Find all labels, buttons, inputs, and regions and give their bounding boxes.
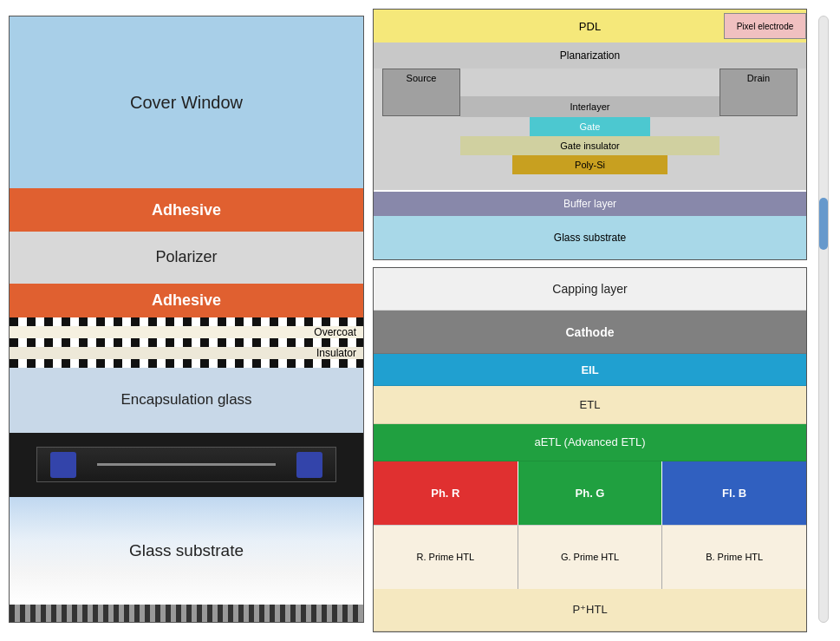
- oled-eil-layer: EIL: [374, 354, 806, 386]
- r-prime-label: R. Prime HTL: [417, 552, 475, 562]
- layer-encapsulation: Encapsulation glass: [10, 368, 363, 432]
- gate-label: Gate: [580, 121, 601, 132]
- oled-line: [97, 463, 277, 466]
- oled-rgb-row: Ph. R Ph. G Fl. B: [374, 461, 806, 525]
- polarizer-label: Polarizer: [155, 248, 217, 266]
- oled-pattern-left: [50, 452, 76, 478]
- scrollbar-track[interactable]: [818, 16, 829, 623]
- tft-glass-label: Glass substrate: [554, 232, 626, 244]
- adhesive-2-label: Adhesive: [152, 291, 221, 310]
- scrollbar-container[interactable]: [816, 16, 831, 623]
- source-label: Source: [407, 73, 437, 83]
- scrollbar-thumb[interactable]: [819, 198, 828, 250]
- oled-g-prime: G. Prime HTL: [518, 526, 663, 589]
- layer-polarizer: Polarizer: [10, 232, 363, 284]
- tft-source-box: Source: [382, 69, 460, 116]
- drain-label: Drain: [747, 73, 770, 83]
- oled-phtl-layer: P⁺HTL: [374, 589, 806, 631]
- oled-cathode-layer: Cathode: [374, 311, 806, 353]
- b-prime-label: B. Prime HTL: [706, 552, 763, 562]
- layer-adhesive-2: Adhesive: [10, 284, 363, 318]
- tft-buffer: Buffer layer: [374, 192, 806, 216]
- tft-interlayer: Interlayer: [460, 96, 720, 117]
- tft-gate-insulator: Gate insulator: [460, 136, 720, 155]
- right-container: PDL Pixel electrode Planarization Source: [373, 9, 807, 632]
- planarization-label: Planarization: [560, 49, 620, 62]
- cover-window-label: Cover Window: [130, 93, 243, 113]
- left-panel: Cover Window Adhesive Polarizer Adhesive…: [9, 16, 364, 623]
- pixel-electrode-label: Pixel electrode: [737, 22, 794, 31]
- oled-ph-r: Ph. R: [374, 461, 518, 525]
- checker-strip-bot: [10, 359, 363, 368]
- aetl-label: aETL (Advanced ETL): [534, 435, 645, 448]
- oled-ph-g: Ph. G: [518, 461, 663, 525]
- insulator-label: Insulator: [10, 347, 363, 359]
- tft-planarization: Planarization: [374, 43, 806, 69]
- tft-glass: Glass substrate: [374, 216, 806, 259]
- cathode-label: Cathode: [566, 325, 615, 339]
- checker-strip-mid: [10, 338, 363, 347]
- capping-label: Capping layer: [552, 282, 627, 296]
- etl-label: ETL: [580, 398, 601, 411]
- oled-stack-inner: Capping layer Cathode EIL ETL aETL (Adva…: [374, 268, 806, 631]
- interlayer-label: Interlayer: [570, 101, 610, 112]
- overcoat-label: Overcoat: [10, 326, 363, 338]
- oled-fl-b: Fl. B: [662, 461, 806, 525]
- ph-g-label: Ph. G: [576, 487, 605, 500]
- fl-b-label: Fl. B: [722, 487, 746, 500]
- oled-pattern-right: [296, 452, 322, 478]
- overcoat-insulator-group: Overcoat Insulator: [10, 317, 363, 368]
- oled-stack-panel: Capping layer Cathode EIL ETL aETL (Adva…: [373, 267, 807, 632]
- tft-inner: PDL Pixel electrode Planarization Source: [374, 10, 806, 259]
- oled-inner: [36, 447, 337, 482]
- gate-insulator-label: Gate insulator: [560, 141, 619, 151]
- layer-cover-window: Cover Window: [10, 16, 363, 188]
- encapsulation-label: Encapsulation glass: [120, 391, 251, 409]
- buffer-label: Buffer layer: [563, 198, 616, 210]
- g-prime-label: G. Prime HTL: [561, 552, 619, 562]
- overcoat-text: Overcoat: [314, 326, 356, 338]
- phtl-label: P⁺HTL: [572, 603, 607, 616]
- layer-adhesive-1: Adhesive: [10, 188, 363, 232]
- eil-label: EIL: [581, 363, 598, 376]
- layer-glass-substrate: Glass substrate: [10, 497, 363, 605]
- oled-capping-layer: Capping layer: [374, 268, 806, 311]
- oled-panel-layer: [10, 433, 363, 497]
- oled-etl-layer: ETL: [374, 386, 806, 423]
- bottom-pattern: [10, 605, 363, 622]
- poly-si-label: Poly-Si: [575, 160, 605, 170]
- pdl-label: PDL: [579, 20, 601, 33]
- oled-prime-row: R. Prime HTL G. Prime HTL B. Prime HTL: [374, 525, 806, 589]
- oled-b-prime: B. Prime HTL: [662, 526, 806, 589]
- tft-panel: PDL Pixel electrode Planarization Source: [373, 9, 807, 260]
- oled-r-prime: R. Prime HTL: [374, 526, 518, 589]
- tft-gate: Gate: [530, 117, 650, 136]
- tft-drain-box: Drain: [720, 69, 798, 116]
- insulator-text: Insulator: [316, 347, 356, 359]
- main-container: Cover Window Adhesive Polarizer Adhesive…: [0, 0, 840, 641]
- checker-strip-top: [10, 317, 363, 326]
- tft-pixel-electrode: Pixel electrode: [724, 13, 806, 39]
- ph-r-label: Ph. R: [431, 487, 459, 500]
- adhesive-1-label: Adhesive: [152, 201, 221, 219]
- glass-substrate-label: Glass substrate: [129, 541, 244, 560]
- tft-polysi: Poly-Si: [512, 155, 667, 174]
- oled-aetl-layer: aETL (Advanced ETL): [374, 424, 806, 461]
